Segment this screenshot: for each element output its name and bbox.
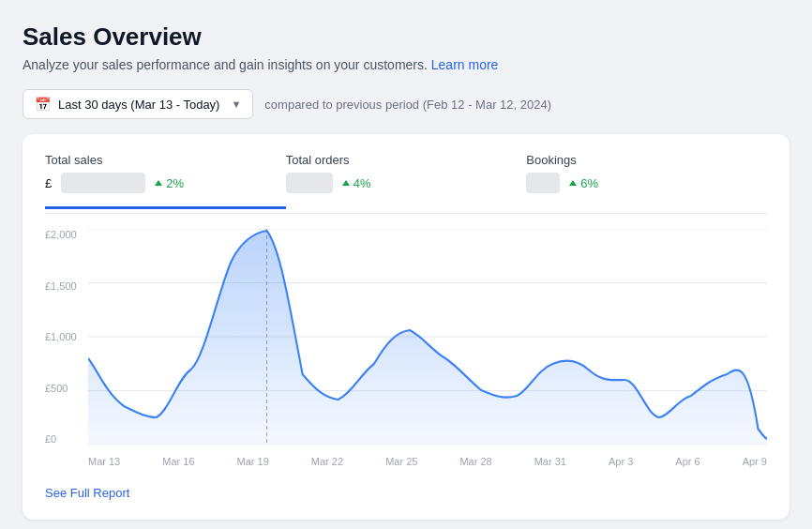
x-label-mar13: Mar 13 bbox=[88, 456, 120, 467]
bookings-value-box bbox=[526, 173, 560, 193]
bookings-change: 6% bbox=[569, 176, 598, 190]
x-label-apr6: Apr 6 bbox=[675, 456, 699, 467]
metric-total-orders-label: Total orders bbox=[286, 153, 527, 167]
total-sales-value-box bbox=[61, 173, 145, 193]
learn-more-link[interactable]: Learn more bbox=[431, 57, 499, 72]
x-label-mar28: Mar 28 bbox=[459, 456, 491, 467]
arrow-up-icon-3 bbox=[569, 180, 577, 186]
y-label-500: £500 bbox=[45, 383, 84, 394]
x-label-mar22: Mar 22 bbox=[311, 456, 343, 467]
total-orders-value-box bbox=[286, 173, 333, 193]
arrow-up-icon bbox=[155, 180, 162, 186]
metric-total-sales-value-row: £ 2% bbox=[45, 173, 286, 193]
chart-area: £2,000 £1,500 £1,000 £500 £0 bbox=[45, 229, 767, 473]
metric-total-sales-label: Total sales bbox=[45, 153, 286, 167]
total-sales-change: 2% bbox=[155, 176, 184, 190]
metrics-row: Total sales £ 2% Total orders 4% Boo bbox=[45, 153, 767, 209]
total-sales-change-value: 2% bbox=[166, 176, 184, 190]
x-label-mar25: Mar 25 bbox=[385, 456, 417, 467]
bookings-change-value: 6% bbox=[580, 176, 598, 190]
chart-area-fill bbox=[88, 231, 767, 445]
y-label-0: £0 bbox=[45, 433, 84, 445]
x-label-mar16: Mar 16 bbox=[162, 456, 194, 467]
date-dropdown[interactable]: 📅 Last 30 days (Mar 13 - Today) ▼ bbox=[23, 89, 253, 119]
chart-inner bbox=[88, 229, 767, 445]
chart-svg bbox=[88, 229, 767, 445]
compare-label: compared to previous period (Feb 12 - Ma… bbox=[264, 98, 551, 112]
total-orders-change: 4% bbox=[342, 176, 371, 190]
overview-card: Total sales £ 2% Total orders 4% Boo bbox=[23, 134, 789, 520]
subtitle: Analyze your sales performance and gain … bbox=[23, 57, 789, 72]
arrow-up-icon-2 bbox=[342, 180, 350, 186]
chart-y-labels: £2,000 £1,500 £1,000 £500 £0 bbox=[45, 229, 84, 445]
y-label-2000: £2,000 bbox=[45, 229, 84, 240]
x-label-mar31: Mar 31 bbox=[534, 456, 566, 467]
metric-total-orders-value-row: 4% bbox=[286, 173, 527, 193]
metric-bookings-value-row: 6% bbox=[526, 173, 767, 193]
x-label-apr3: Apr 3 bbox=[609, 456, 633, 467]
chevron-down-icon: ▼ bbox=[231, 98, 241, 110]
total-orders-change-value: 4% bbox=[353, 176, 371, 190]
metric-bookings-label: Bookings bbox=[526, 153, 767, 167]
chart-x-labels: Mar 13 Mar 16 Mar 19 Mar 22 Mar 25 Mar 2… bbox=[88, 450, 767, 473]
see-full-report-link[interactable]: See Full Report bbox=[45, 486, 129, 500]
date-filter-row: 📅 Last 30 days (Mar 13 - Today) ▼ compar… bbox=[23, 89, 789, 119]
currency-symbol: £ bbox=[45, 176, 52, 190]
metric-total-sales: Total sales £ 2% bbox=[45, 153, 286, 209]
date-range-label: Last 30 days (Mar 13 - Today) bbox=[58, 98, 219, 112]
subtitle-text: Analyze your sales performance and gain … bbox=[23, 57, 428, 72]
x-label-mar19: Mar 19 bbox=[237, 456, 269, 467]
page-title: Sales Overview bbox=[23, 23, 789, 52]
metric-total-orders: Total orders 4% bbox=[286, 153, 527, 209]
x-label-apr9: Apr 9 bbox=[743, 456, 767, 467]
y-label-1000: £1,000 bbox=[45, 331, 84, 342]
calendar-icon: 📅 bbox=[35, 97, 51, 112]
y-label-1500: £1,500 bbox=[45, 280, 84, 292]
divider bbox=[45, 213, 767, 214]
metric-bookings: Bookings 6% bbox=[526, 153, 767, 209]
